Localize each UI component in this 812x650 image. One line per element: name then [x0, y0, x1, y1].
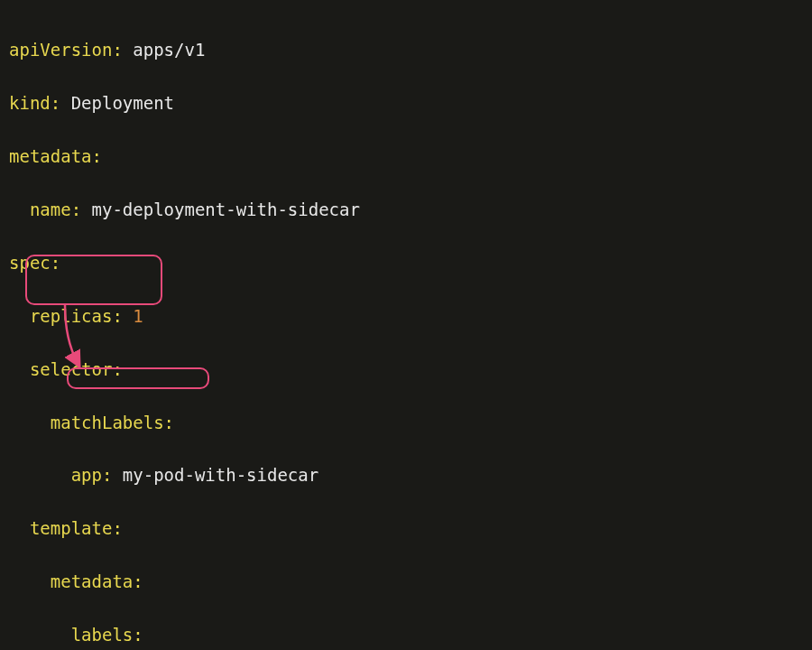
code-line: kind: Deployment	[9, 90, 803, 116]
code-line: spec:	[9, 250, 803, 276]
yaml-number: 1	[123, 306, 143, 326]
yaml-value: apps/v1	[123, 40, 206, 60]
code-line: metadata:	[9, 144, 803, 170]
yaml-key: replicas:	[9, 306, 123, 326]
yaml-key: spec:	[9, 253, 60, 273]
yaml-key: labels:	[9, 625, 143, 645]
yaml-key: matchLabels:	[9, 413, 174, 432]
code-line: template:	[9, 515, 803, 542]
yaml-key: kind:	[9, 93, 60, 113]
code-line: name: my-deployment-with-sidecar	[9, 197, 803, 223]
yaml-value: Deployment	[60, 93, 174, 113]
yaml-value: my-deployment-with-sidecar	[81, 200, 360, 219]
yaml-key: app:	[9, 465, 112, 485]
yaml-key: apiVersion:	[9, 40, 123, 60]
code-line: metadata:	[9, 569, 803, 595]
yaml-key: metadata:	[9, 571, 143, 591]
code-line: app: my-pod-with-sidecar	[9, 462, 803, 488]
code-line: apiVersion: apps/v1	[9, 37, 803, 63]
yaml-key: template:	[9, 518, 123, 538]
yaml-key: name:	[9, 200, 81, 219]
yaml-value: my-pod-with-sidecar	[112, 465, 318, 485]
yaml-code-block: apiVersion: apps/v1 kind: Deployment met…	[9, 11, 803, 650]
yaml-key: metadata:	[9, 146, 102, 166]
code-line: selector:	[9, 357, 803, 383]
code-line: replicas: 1	[9, 303, 803, 330]
code-line: labels:	[9, 622, 803, 648]
code-line: matchLabels:	[9, 410, 803, 436]
yaml-key: selector:	[9, 359, 123, 379]
